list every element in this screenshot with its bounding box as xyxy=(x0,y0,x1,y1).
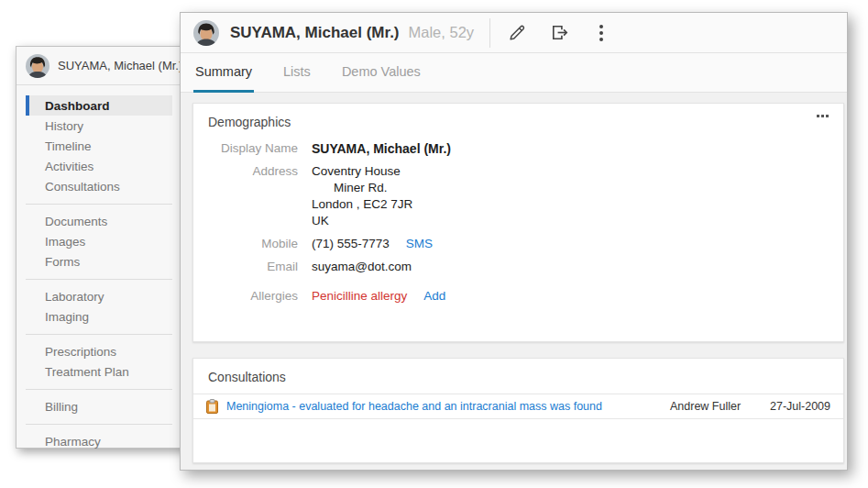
sidebar-group-divider xyxy=(26,424,172,425)
consultation-provider: Andrew Fuller xyxy=(670,400,753,413)
sidebar-item-label: History xyxy=(45,119,83,133)
demographics-title: Demographics xyxy=(208,115,829,129)
summary-content: Demographics Display Name SUYAMA, Michae… xyxy=(181,93,847,470)
demographics-fields: Display Name SUYAMA, Michael (Mr.) Addre… xyxy=(208,140,829,305)
consultation-row: Meningioma - evaluated for headache and … xyxy=(193,394,843,419)
consultations-title: Consultations xyxy=(193,370,843,384)
patient-avatar xyxy=(26,54,49,78)
sidebar-item-label: Timeline xyxy=(45,139,92,153)
tab-lists[interactable]: Lists xyxy=(281,53,313,93)
header-actions xyxy=(496,17,622,50)
sidebar-item-dashboard[interactable]: Dashboard xyxy=(26,95,172,116)
field-label: Email xyxy=(208,259,298,275)
address-line: London , EC2 7JR xyxy=(312,196,412,213)
export-icon xyxy=(549,22,570,43)
sidebar-item-billing[interactable]: Billing xyxy=(26,396,172,416)
patient-tabs: Summary Lists Demo Values xyxy=(181,53,847,93)
edit-button[interactable] xyxy=(496,17,538,50)
field-label: Address xyxy=(208,163,298,229)
sidebar-item-label: Laboratory xyxy=(45,290,104,304)
sms-link[interactable]: SMS xyxy=(406,236,433,252)
pencil-icon xyxy=(507,23,527,43)
sidebar-item-prescriptions[interactable]: Prescriptions xyxy=(26,341,172,361)
sidebar-item-treatment-plan[interactable]: Treatment Plan xyxy=(26,361,172,382)
kebab-menu-icon xyxy=(599,25,603,41)
sidebar-item-forms[interactable]: Forms xyxy=(26,251,172,272)
sidebar-item-label: Activities xyxy=(45,160,93,173)
field-label: Display Name xyxy=(208,140,298,157)
field-email: Email suyama@dot.com xyxy=(208,259,829,275)
sidebar-item-pharmacy[interactable]: Pharmacy xyxy=(26,431,172,451)
address-line: UK xyxy=(312,213,412,229)
sidebar-group-divider xyxy=(26,389,172,390)
sidebar-group-divider xyxy=(26,204,172,205)
screen: SUYAMA, Michael (Mr.) Dashboard History … xyxy=(0,0,868,488)
patient-sidebar-window: SUYAMA, Michael (Mr.) Dashboard History … xyxy=(16,46,190,449)
sidebar-item-label: Pharmacy xyxy=(45,435,101,449)
mobile-value: (71) 555-7773 xyxy=(312,236,390,252)
more-options-button[interactable] xyxy=(580,17,622,50)
clipboard-icon xyxy=(206,399,218,414)
export-button[interactable] xyxy=(538,17,580,50)
sidebar-item-consultations[interactable]: Consultations xyxy=(26,176,172,196)
sidebar-item-activities[interactable]: Activities xyxy=(26,156,172,176)
sidebar-item-label: Billing xyxy=(45,400,78,414)
sidebar-item-label: Treatment Plan xyxy=(45,365,129,379)
patient-name: SUYAMA, Michael (Mr.) xyxy=(230,24,400,42)
patient-sex-age: Male, 52y xyxy=(409,24,475,41)
display-name-value: SUYAMA, Michael (Mr.) xyxy=(312,140,451,157)
sidebar-item-images[interactable]: Images xyxy=(26,231,172,251)
field-mobile: Mobile (71) 555-7773 SMS xyxy=(208,236,829,252)
demographics-card: Demographics Display Name SUYAMA, Michae… xyxy=(192,103,844,342)
field-label: Allergies xyxy=(208,288,298,305)
sidebar-item-laboratory[interactable]: Laboratory xyxy=(26,286,172,306)
sidebar-group-divider xyxy=(26,334,172,335)
consultation-date: 27-Jul-2009 xyxy=(753,400,830,413)
sidebar-item-label: Prescriptions xyxy=(45,345,116,359)
address-value: Coventry House Miner Rd. London , EC2 7J… xyxy=(312,163,412,229)
address-line: Miner Rd. xyxy=(312,180,412,196)
email-value: suyama@dot.com xyxy=(312,259,412,275)
card-menu-button[interactable] xyxy=(817,115,829,117)
sidebar-item-label: Dashboard xyxy=(45,99,110,113)
sidebar-item-imaging[interactable]: Imaging xyxy=(26,306,172,327)
address-line: Coventry House xyxy=(312,163,412,180)
sidebar-item-label: Forms xyxy=(45,255,80,269)
sidebar-item-timeline[interactable]: Timeline xyxy=(26,136,172,156)
consultation-link[interactable]: Meningioma - evaluated for headache and … xyxy=(226,400,670,413)
allergy-value: Penicilline allergy xyxy=(312,288,407,305)
sidebar-nav: Dashboard History Timeline Activities Co… xyxy=(16,85,189,451)
consultations-card: Consultations Meningioma - evaluated for… xyxy=(192,358,844,463)
tab-summary[interactable]: Summary xyxy=(193,53,254,93)
sidebar-item-history[interactable]: History xyxy=(26,116,172,136)
patient-detail-window: SUYAMA, Michael (Mr.) Male, 52y xyxy=(180,12,848,471)
sidebar-patient-header: SUYAMA, Michael (Mr.) xyxy=(16,47,189,85)
field-label: Mobile xyxy=(208,236,298,252)
field-allergies: Allergies Penicilline allergy Add xyxy=(208,288,829,305)
field-display-name: Display Name SUYAMA, Michael (Mr.) xyxy=(208,140,829,157)
patient-header: SUYAMA, Michael (Mr.) Male, 52y xyxy=(181,13,847,53)
ellipsis-icon xyxy=(817,115,819,117)
sidebar-item-label: Imaging xyxy=(45,310,89,324)
sidebar-item-label: Consultations xyxy=(45,180,120,194)
add-allergy-link[interactable]: Add xyxy=(423,288,445,305)
sidebar-item-documents[interactable]: Documents xyxy=(26,211,172,231)
sidebar-patient-name: SUYAMA, Michael (Mr.) xyxy=(58,59,182,72)
field-address: Address Coventry House Miner Rd. London … xyxy=(208,163,829,229)
header-divider xyxy=(489,18,490,48)
patient-avatar xyxy=(193,20,219,46)
sidebar-group-divider xyxy=(26,279,172,280)
sidebar-item-label: Documents xyxy=(45,215,107,228)
sidebar-item-label: Images xyxy=(45,235,85,249)
tab-demo-values[interactable]: Demo Values xyxy=(340,53,423,93)
